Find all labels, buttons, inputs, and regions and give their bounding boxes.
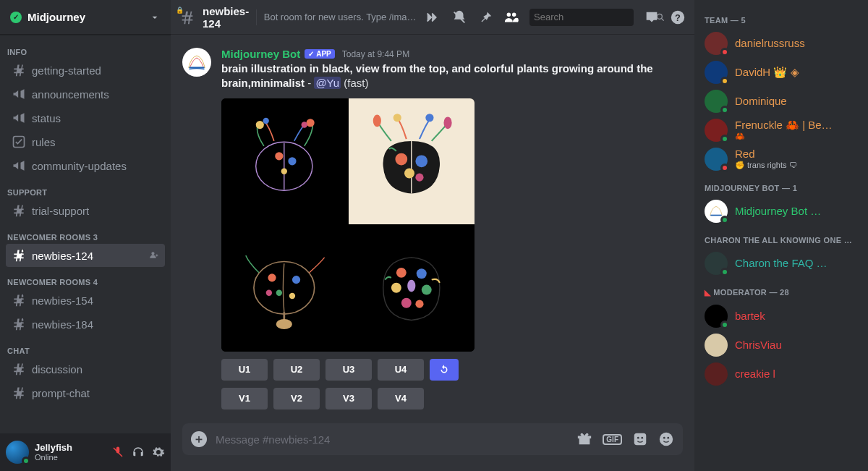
- variation-v1[interactable]: V1: [221, 388, 268, 410]
- channel-trial-support[interactable]: trial-support: [6, 199, 165, 222]
- grid-tile[interactable]: [349, 98, 475, 225]
- channel-category[interactable]: NEWCOMER ROOMS 4: [0, 268, 171, 288]
- variation-v3[interactable]: V3: [326, 388, 372, 410]
- help-icon[interactable]: ?: [670, 9, 686, 25]
- svg-point-21: [393, 114, 401, 122]
- channel-category[interactable]: SUPPORT: [0, 178, 171, 198]
- mega-icon: [12, 87, 26, 101]
- svg-point-14: [281, 169, 287, 174]
- member-item[interactable]: Red✊ trans rights 🗨: [700, 145, 862, 174]
- hashlock-icon: [12, 293, 26, 307]
- chevron-down-icon[interactable]: [149, 12, 161, 23]
- gif-icon[interactable]: GIF: [603, 434, 622, 445]
- member-item[interactable]: Midjourney Bot ✓ APP: [700, 197, 862, 226]
- member-item[interactable]: Charon the FAQ … ✓ APP: [700, 249, 862, 278]
- channel-prompt-chat[interactable]: prompt-chat: [6, 381, 165, 404]
- invite-icon[interactable]: [148, 250, 159, 261]
- channel-rules[interactable]: rules: [6, 130, 165, 153]
- svg-point-24: [276, 320, 292, 330]
- upscale-u4[interactable]: U4: [378, 359, 424, 381]
- server-name: Midjourney: [27, 11, 85, 23]
- author-name[interactable]: Midjourney Bot: [221, 48, 300, 60]
- member-item[interactable]: Frenuckle 🦀 | Beep …🦀: [700, 116, 862, 145]
- svg-point-33: [422, 285, 432, 295]
- mega-icon: [12, 111, 26, 125]
- member-item[interactable]: Dominique: [700, 87, 862, 116]
- grid-tile[interactable]: [349, 225, 475, 352]
- pin-icon[interactable]: [477, 9, 493, 25]
- variation-v4[interactable]: V4: [378, 388, 424, 410]
- upscale-u1[interactable]: U1: [221, 359, 268, 381]
- mute-icon[interactable]: [111, 446, 124, 459]
- member-name: Charon the FAQ … ✓ APP: [735, 257, 836, 270]
- member-avatar: [705, 252, 728, 275]
- member-name: Midjourney Bot ✓ APP: [735, 205, 836, 218]
- upscale-u3[interactable]: U3: [326, 359, 372, 381]
- member-item[interactable]: ChrisViau: [700, 331, 862, 360]
- svg-point-11: [302, 122, 307, 127]
- gift-icon[interactable]: [576, 431, 592, 447]
- channel-discussion[interactable]: discussion: [6, 357, 165, 381]
- gear-icon[interactable]: [152, 446, 165, 459]
- svg-rect-37: [634, 433, 647, 446]
- svg-point-41: [663, 437, 665, 439]
- hash-icon: [12, 362, 26, 376]
- channel-getting-started[interactable]: getting-started: [6, 59, 165, 82]
- headphones-icon[interactable]: [132, 446, 145, 459]
- author-avatar[interactable]: [182, 48, 211, 77]
- timestamp: Today at 9:44 PM: [342, 49, 409, 59]
- message-list: Midjourney Bot ✓ APP Today at 9:44 PM br…: [171, 35, 694, 423]
- svg-point-9: [307, 119, 315, 127]
- channel-status[interactable]: status: [6, 106, 165, 130]
- upscale-u2[interactable]: U2: [273, 359, 320, 381]
- member-avatar: [705, 148, 728, 171]
- self-avatar[interactable]: [6, 441, 29, 464]
- reroll-button[interactable]: [430, 359, 459, 381]
- member-item[interactable]: DavidH 👑 ◈: [700, 58, 862, 87]
- attach-icon[interactable]: ＋: [191, 431, 207, 447]
- channel-newbies-184[interactable]: newbies-184: [6, 313, 165, 336]
- chat-header: 🔒 newbies-124 Bot room for new users. Ty…: [171, 0, 694, 35]
- sticker-icon[interactable]: [632, 431, 648, 447]
- mention[interactable]: @Yu: [314, 77, 341, 89]
- notifications-icon[interactable]: [451, 9, 467, 25]
- grid-tile[interactable]: [221, 225, 348, 352]
- channel-category[interactable]: INFO: [0, 38, 171, 58]
- channel-newbies-154[interactable]: newbies-154: [6, 289, 165, 312]
- svg-point-8: [256, 121, 264, 129]
- member-name: Dominique: [735, 95, 787, 108]
- member-status-text: 🦀: [735, 132, 836, 141]
- app-badge: ✓ APP: [305, 49, 335, 59]
- channel-community-updates[interactable]: community-updates: [6, 154, 165, 177]
- message-composer[interactable]: ＋ Message #newbies-124 GIF: [182, 423, 683, 455]
- member-avatar: [705, 362, 728, 386]
- composer-placeholder[interactable]: Message #newbies-124: [216, 433, 568, 446]
- server-header[interactable]: ✓ Midjourney: [0, 0, 171, 35]
- chat-area: 🔒 newbies-124 Bot room for new users. Ty…: [171, 0, 694, 471]
- channel-newbies-124[interactable]: newbies-124: [6, 244, 165, 267]
- result-grid[interactable]: [221, 98, 475, 352]
- member-name: creakie l: [735, 368, 775, 381]
- emoji-icon[interactable]: [658, 431, 674, 447]
- member-category: CHARON THE ALL KNOWING ONE …: [700, 226, 862, 249]
- member-category: TEAM — 5: [700, 6, 862, 29]
- svg-point-16: [415, 155, 427, 167]
- channel-announcements[interactable]: announcements: [6, 82, 165, 106]
- variation-v2[interactable]: V2: [273, 388, 320, 410]
- member-item[interactable]: danielrussruss: [700, 29, 862, 58]
- search-box[interactable]: [529, 9, 634, 26]
- threads-icon[interactable]: [425, 9, 441, 25]
- svg-point-35: [415, 300, 423, 308]
- channel-category[interactable]: CHAT: [0, 336, 171, 357]
- member-avatar: [705, 119, 728, 142]
- members-icon[interactable]: [503, 9, 519, 25]
- channel-category[interactable]: NEWCOMER ROOMS 3: [0, 223, 171, 243]
- self-username: Jellyfish: [35, 443, 72, 453]
- member-item[interactable]: bartek: [700, 302, 862, 331]
- member-item[interactable]: creakie l: [700, 360, 862, 389]
- search-input[interactable]: [534, 12, 655, 22]
- grid-tile[interactable]: [221, 98, 348, 225]
- inbox-icon[interactable]: [644, 9, 660, 25]
- svg-point-40: [660, 433, 673, 446]
- channel-topic[interactable]: Bot room for new users. Type /imagine th…: [264, 12, 418, 22]
